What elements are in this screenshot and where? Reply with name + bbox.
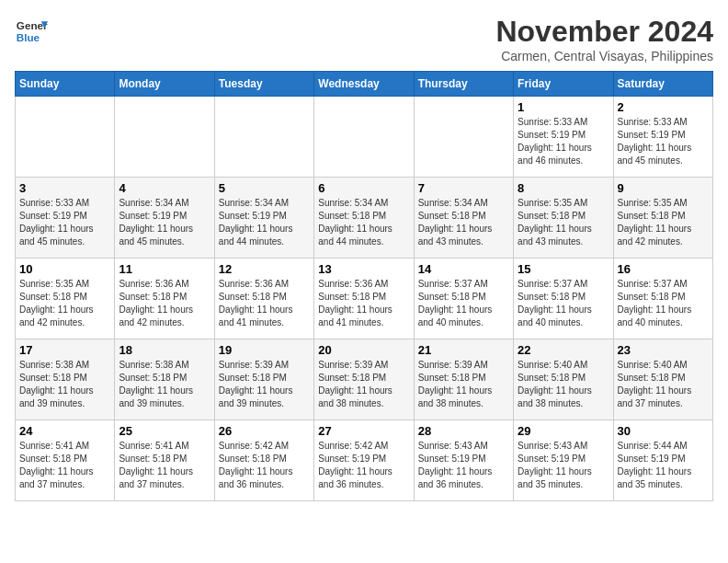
calendar-cell: 1Sunrise: 5:33 AM Sunset: 5:19 PM Daylig… xyxy=(514,97,613,178)
calendar-cell xyxy=(115,97,214,178)
calendar-cell: 12Sunrise: 5:36 AM Sunset: 5:18 PM Dayli… xyxy=(214,259,313,339)
day-info: Sunrise: 5:37 AM Sunset: 5:18 PM Dayligh… xyxy=(418,278,509,329)
weekday-header-row: SundayMondayTuesdayWednesdayThursdayFrid… xyxy=(16,72,713,97)
calendar-cell: 29Sunrise: 5:43 AM Sunset: 5:19 PM Dayli… xyxy=(514,420,613,501)
day-info: Sunrise: 5:34 AM Sunset: 5:19 PM Dayligh… xyxy=(119,197,210,248)
calendar-cell: 7Sunrise: 5:34 AM Sunset: 5:18 PM Daylig… xyxy=(414,178,513,259)
day-info: Sunrise: 5:36 AM Sunset: 5:18 PM Dayligh… xyxy=(219,278,310,329)
day-number: 20 xyxy=(318,343,409,357)
day-info: Sunrise: 5:40 AM Sunset: 5:18 PM Dayligh… xyxy=(518,359,609,410)
calendar-cell xyxy=(16,97,115,178)
calendar-week-2: 3Sunrise: 5:33 AM Sunset: 5:19 PM Daylig… xyxy=(16,178,713,259)
calendar-cell: 10Sunrise: 5:35 AM Sunset: 5:18 PM Dayli… xyxy=(16,259,115,339)
calendar-cell: 26Sunrise: 5:42 AM Sunset: 5:18 PM Dayli… xyxy=(214,420,313,501)
calendar-cell: 23Sunrise: 5:40 AM Sunset: 5:18 PM Dayli… xyxy=(613,339,712,420)
calendar-cell: 15Sunrise: 5:37 AM Sunset: 5:18 PM Dayli… xyxy=(514,259,613,339)
day-info: Sunrise: 5:41 AM Sunset: 5:18 PM Dayligh… xyxy=(19,440,110,491)
day-info: Sunrise: 5:36 AM Sunset: 5:18 PM Dayligh… xyxy=(318,278,409,329)
day-info: Sunrise: 5:38 AM Sunset: 5:18 PM Dayligh… xyxy=(119,359,210,410)
day-number: 12 xyxy=(219,262,310,276)
day-number: 24 xyxy=(19,424,110,438)
day-info: Sunrise: 5:39 AM Sunset: 5:18 PM Dayligh… xyxy=(219,359,310,410)
day-number: 2 xyxy=(618,100,709,114)
page-header: General Blue November 2024 Carmen, Centr… xyxy=(15,15,713,63)
weekday-header-sunday: Sunday xyxy=(16,72,115,97)
day-number: 14 xyxy=(418,262,509,276)
day-info: Sunrise: 5:33 AM Sunset: 5:19 PM Dayligh… xyxy=(618,116,709,167)
day-number: 16 xyxy=(618,262,709,276)
day-info: Sunrise: 5:34 AM Sunset: 5:19 PM Dayligh… xyxy=(219,197,310,248)
calendar-cell: 27Sunrise: 5:42 AM Sunset: 5:19 PM Dayli… xyxy=(314,420,414,501)
calendar-cell: 2Sunrise: 5:33 AM Sunset: 5:19 PM Daylig… xyxy=(613,97,712,178)
logo: General Blue xyxy=(15,15,48,48)
day-info: Sunrise: 5:43 AM Sunset: 5:19 PM Dayligh… xyxy=(518,440,609,491)
calendar-body: 1Sunrise: 5:33 AM Sunset: 5:19 PM Daylig… xyxy=(16,97,713,501)
calendar-week-5: 24Sunrise: 5:41 AM Sunset: 5:18 PM Dayli… xyxy=(16,420,713,501)
day-info: Sunrise: 5:42 AM Sunset: 5:19 PM Dayligh… xyxy=(318,440,409,491)
day-info: Sunrise: 5:34 AM Sunset: 5:18 PM Dayligh… xyxy=(318,197,409,248)
logo-icon: General Blue xyxy=(15,15,48,48)
month-title: November 2024 xyxy=(495,15,713,49)
day-number: 29 xyxy=(518,424,609,438)
calendar-cell xyxy=(414,97,513,178)
day-number: 21 xyxy=(418,343,509,357)
calendar-cell: 13Sunrise: 5:36 AM Sunset: 5:18 PM Dayli… xyxy=(314,259,414,339)
calendar-cell: 5Sunrise: 5:34 AM Sunset: 5:19 PM Daylig… xyxy=(214,178,313,259)
title-block: November 2024 Carmen, Central Visayas, P… xyxy=(495,15,713,63)
day-info: Sunrise: 5:42 AM Sunset: 5:18 PM Dayligh… xyxy=(219,440,310,491)
day-number: 13 xyxy=(318,262,409,276)
day-number: 7 xyxy=(418,181,509,195)
calendar-cell: 19Sunrise: 5:39 AM Sunset: 5:18 PM Dayli… xyxy=(214,339,313,420)
day-number: 1 xyxy=(518,100,609,114)
calendar-week-4: 17Sunrise: 5:38 AM Sunset: 5:18 PM Dayli… xyxy=(16,339,713,420)
calendar-cell: 16Sunrise: 5:37 AM Sunset: 5:18 PM Dayli… xyxy=(613,259,712,339)
weekday-header-tuesday: Tuesday xyxy=(214,72,313,97)
calendar-cell: 20Sunrise: 5:39 AM Sunset: 5:18 PM Dayli… xyxy=(314,339,414,420)
svg-text:General: General xyxy=(17,19,48,31)
day-info: Sunrise: 5:36 AM Sunset: 5:18 PM Dayligh… xyxy=(119,278,210,329)
day-info: Sunrise: 5:43 AM Sunset: 5:19 PM Dayligh… xyxy=(418,440,509,491)
day-number: 28 xyxy=(418,424,509,438)
calendar-week-1: 1Sunrise: 5:33 AM Sunset: 5:19 PM Daylig… xyxy=(16,97,713,178)
location: Carmen, Central Visayas, Philippines xyxy=(495,49,713,63)
weekday-header-wednesday: Wednesday xyxy=(314,72,414,97)
day-number: 25 xyxy=(119,424,210,438)
day-number: 8 xyxy=(518,181,609,195)
calendar-table: SundayMondayTuesdayWednesdayThursdayFrid… xyxy=(15,71,713,501)
day-number: 10 xyxy=(19,262,110,276)
day-info: Sunrise: 5:35 AM Sunset: 5:18 PM Dayligh… xyxy=(19,278,110,329)
weekday-header-monday: Monday xyxy=(115,72,214,97)
day-number: 11 xyxy=(119,262,210,276)
weekday-header-saturday: Saturday xyxy=(613,72,712,97)
calendar-cell: 6Sunrise: 5:34 AM Sunset: 5:18 PM Daylig… xyxy=(314,178,414,259)
day-info: Sunrise: 5:40 AM Sunset: 5:18 PM Dayligh… xyxy=(618,359,709,410)
calendar-cell: 30Sunrise: 5:44 AM Sunset: 5:19 PM Dayli… xyxy=(613,420,712,501)
day-info: Sunrise: 5:38 AM Sunset: 5:18 PM Dayligh… xyxy=(19,359,110,410)
day-info: Sunrise: 5:34 AM Sunset: 5:18 PM Dayligh… xyxy=(418,197,509,248)
day-info: Sunrise: 5:39 AM Sunset: 5:18 PM Dayligh… xyxy=(318,359,409,410)
day-number: 3 xyxy=(19,181,110,195)
calendar-cell: 22Sunrise: 5:40 AM Sunset: 5:18 PM Dayli… xyxy=(514,339,613,420)
calendar-cell: 28Sunrise: 5:43 AM Sunset: 5:19 PM Dayli… xyxy=(414,420,513,501)
calendar-cell: 18Sunrise: 5:38 AM Sunset: 5:18 PM Dayli… xyxy=(115,339,214,420)
day-number: 5 xyxy=(219,181,310,195)
weekday-header-thursday: Thursday xyxy=(414,72,513,97)
calendar-cell: 4Sunrise: 5:34 AM Sunset: 5:19 PM Daylig… xyxy=(115,178,214,259)
day-info: Sunrise: 5:39 AM Sunset: 5:18 PM Dayligh… xyxy=(418,359,509,410)
day-number: 6 xyxy=(318,181,409,195)
day-info: Sunrise: 5:37 AM Sunset: 5:18 PM Dayligh… xyxy=(518,278,609,329)
calendar-cell: 21Sunrise: 5:39 AM Sunset: 5:18 PM Dayli… xyxy=(414,339,513,420)
calendar-cell: 9Sunrise: 5:35 AM Sunset: 5:18 PM Daylig… xyxy=(613,178,712,259)
day-info: Sunrise: 5:35 AM Sunset: 5:18 PM Dayligh… xyxy=(618,197,709,248)
day-number: 9 xyxy=(618,181,709,195)
calendar-week-3: 10Sunrise: 5:35 AM Sunset: 5:18 PM Dayli… xyxy=(16,259,713,339)
calendar-cell: 25Sunrise: 5:41 AM Sunset: 5:18 PM Dayli… xyxy=(115,420,214,501)
calendar-cell xyxy=(214,97,313,178)
day-number: 18 xyxy=(119,343,210,357)
calendar-header: SundayMondayTuesdayWednesdayThursdayFrid… xyxy=(16,72,713,97)
day-number: 23 xyxy=(618,343,709,357)
weekday-header-friday: Friday xyxy=(514,72,613,97)
day-info: Sunrise: 5:41 AM Sunset: 5:18 PM Dayligh… xyxy=(119,440,210,491)
calendar-cell xyxy=(314,97,414,178)
day-number: 19 xyxy=(219,343,310,357)
